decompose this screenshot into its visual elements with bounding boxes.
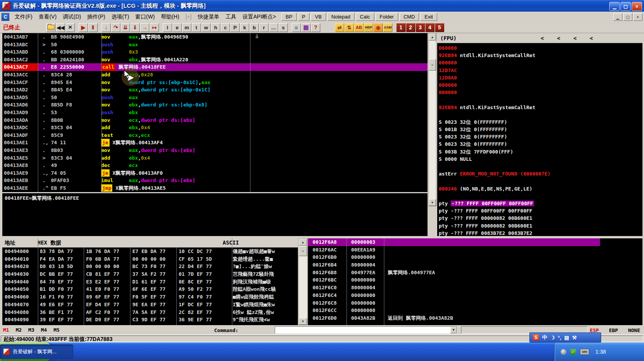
stack-row[interactable]: 0012F6BC00000000 [308, 276, 600, 284]
register-line[interactable] [437, 163, 642, 170]
scroll-up-button[interactable]: ▲ [429, 34, 436, 40]
window-letter-button[interactable]: e [172, 23, 182, 32]
disasm-row[interactable]: 00413AD5.50pusheax [2, 94, 428, 101]
view-button[interactable]: ≡ [292, 23, 301, 32]
collapse-button[interactable]: < [573, 33, 576, 43]
disasm-row[interactable]: 00413AD9.53pushebx [2, 109, 428, 116]
menu-button[interactable]: CMD [399, 13, 419, 21]
column-separator[interactable] [232, 238, 232, 325]
plugin-button[interactable]: ASM [383, 23, 392, 32]
disasm-row[interactable]: 00413AC2.BB 20A24100movebx,飘零网络.0041A220 [2, 56, 428, 64]
register-line[interactable]: S 0023 32位 0(FFFFFFFF) [437, 118, 642, 126]
disasm-row[interactable]: 00413AD6.8B5D F8movebx,dword ptr ss:[ebp… [2, 101, 428, 109]
step-button[interactable]: ⇓ [130, 23, 140, 32]
memory-tab[interactable]: M3 [28, 327, 34, 333]
vm-tray-icon[interactable]: vm [580, 349, 589, 355]
register-line[interactable]: pty -??? FFFF 00FF00FF 00FF00FF [437, 200, 642, 207]
scroll-thumb[interactable]: ≡ [299, 246, 307, 256]
plugin-button[interactable]: ⇄ [335, 23, 344, 32]
stack-row[interactable]: 0012F6B480000004 [308, 261, 600, 269]
child-minimize-button[interactable]: ▁ [613, 13, 622, 21]
language-bar-icon[interactable]: ⚒ [572, 335, 577, 341]
register-line[interactable]: S 0023 32位 0(FFFFFFFF) [437, 133, 642, 140]
scroll-down-button[interactable]: ▼ [299, 318, 307, 325]
register-line[interactable]: 000000 [437, 59, 642, 66]
register-line[interactable]: pty -??? FFFF 00FF00FF 00FF00FF [437, 207, 642, 214]
disasm-row[interactable]: 00413AE1.,74 11je X飘零网络.00413AF4 [2, 139, 428, 147]
command-combobox[interactable]: ▼ [275, 326, 457, 334]
volume-icon[interactable] [561, 349, 566, 355]
scroll-down-button[interactable]: ▼ [429, 199, 436, 206]
window-letter-button[interactable]: m [182, 23, 191, 32]
stack-row[interactable]: 0012F6B8004977EA飘零网络.004977EA [308, 269, 600, 277]
breakpoint-set-button[interactable]: 2 [406, 23, 415, 32]
register-line[interactable]: D60000 [437, 44, 642, 52]
pane-flag-label[interactable]: EBP [609, 327, 618, 333]
stack-row[interactable]: 0012F6D00043A82B返回到 飘零网络.0043A82B [308, 314, 600, 322]
dump-row[interactable]: 0049409039 EF EF 77DE D9 EF 77C3 9D EF 7… [2, 316, 298, 324]
minimize-button[interactable]: ▁ [609, 2, 620, 11]
column-separator[interactable] [250, 33, 250, 192]
register-line[interactable]: 000246 (NO,NB,E,BE,NS,PE,GE,LE) [437, 185, 642, 192]
dropdown-arrow-icon[interactable]: ▼ [450, 327, 457, 333]
disasm-row[interactable]: 00413AE5>83C3 04addebx,0x4 [2, 154, 428, 162]
step-button[interactable]: ⇊ [121, 23, 130, 32]
restore-button[interactable]: ▢ [620, 2, 631, 11]
disasm-row[interactable]: 00413ABD.68 03000000push0x3 [2, 48, 428, 56]
window-letter-button[interactable]: w [201, 23, 211, 32]
menu-item[interactable]: 选项(T) [108, 12, 132, 22]
register-line[interactable]: 12D8A0 [437, 74, 642, 81]
stack-row[interactable]: 0012F6CC00000000 [308, 307, 600, 314]
memory-tab[interactable]: M1 [3, 327, 9, 333]
register-line[interactable]: pty -??? FFFF 00000082 00B600E1 [437, 222, 642, 229]
run-pause-button[interactable]: ▶ [79, 23, 88, 32]
dump-scrollbar[interactable]: ▲ ≡ ▼ [298, 238, 308, 325]
menu-button[interactable]: Folder [375, 13, 398, 21]
breakpoint-set-button[interactable]: 5 [435, 23, 444, 32]
window-letter-button[interactable]: r [259, 23, 269, 32]
window-letter-button[interactable]: k [240, 23, 249, 32]
window-letter-button[interactable]: s [279, 23, 288, 32]
window-letter-button[interactable]: P [230, 23, 240, 32]
window-letter-button[interactable]: b [250, 23, 259, 32]
child-close-button[interactable]: × [633, 13, 642, 21]
menu-item[interactable]: 查看(V) [35, 12, 60, 22]
register-line[interactable]: S 0000 NULL [437, 155, 642, 163]
menu-button[interactable]: Calc [356, 13, 374, 21]
register-line[interactable] [437, 192, 642, 200]
collapse-button[interactable]: < [590, 33, 593, 43]
disasm-row[interactable]: 00413AEB.0FAF03imuleax,dword ptr ds:[ebx… [2, 177, 428, 184]
disasm-row[interactable]: 00413AC7.E8 22550000call 飘零网络.00418FEE [2, 63, 428, 71]
register-line[interactable]: S 001B 32位 0(FFFFFFFF) [437, 126, 642, 133]
language-bar-icon[interactable]: °, [558, 335, 561, 341]
dump-row[interactable]: 00494030DC BB EF 77CB 81 EF 7737 5A F2 7… [2, 270, 298, 278]
stack-row[interactable]: 0012F6C800000000 [308, 299, 600, 307]
register-line[interactable]: pty -??? FFFF 0083B7E2 0083B7E2 [437, 229, 642, 236]
window-letter-button[interactable]: c [221, 23, 230, 32]
register-line[interactable]: 92EB94 ntdll.KiFastSystemCallRet [437, 104, 642, 111]
dump-row[interactable]: 0049400083 78 DA 771B 76 DA 77E7 EB DA 7… [2, 248, 298, 255]
window-letter-button[interactable]: … [269, 23, 278, 32]
disasm-row[interactable]: 00413ACC.83C4 28addesp,0x28 [2, 71, 428, 79]
dump-row[interactable]: 0049408036 BE F1 77AF C2 F0 777A 5A EF 7… [2, 309, 298, 316]
toolbar-button[interactable]: × [66, 23, 75, 32]
menu-item[interactable]: 设置API断点> [240, 12, 279, 22]
disasm-row[interactable]: 00413ACF.8945 E4movdword ptr ss:[ebp-0x1… [2, 79, 428, 86]
dump-row[interactable]: 00494050B1 DD F0 7741 E0 F0 776F 6E EF 7… [2, 285, 298, 293]
toolbar-button[interactable]: ◀◀ [56, 23, 65, 32]
disasm-scrollbar[interactable]: ▲ ≡ ▼ [428, 33, 436, 206]
disasm-row[interactable]: 00413AE3.8B03moveax,dword ptr ds:[ebx] [2, 147, 428, 154]
memory-tab[interactable]: M2 [16, 327, 22, 333]
menu-item[interactable]: 帮助(H) [158, 12, 182, 22]
scroll-thumb[interactable]: ≡ [429, 59, 436, 71]
stack-row[interactable]: 0012F6AC00EEA1A9 [308, 246, 600, 254]
menu-item[interactable]: [+] [183, 12, 195, 22]
breakpoint-set-button[interactable]: 4 [425, 23, 434, 32]
stack-row[interactable]: 0012F6C080000004 [308, 284, 600, 292]
dump-row[interactable]: 0049407049 E6 EF 77EF D4 EF 779E EA EF 7… [2, 301, 298, 309]
plugin-button[interactable]: AB [354, 23, 363, 32]
column-separator[interactable] [38, 33, 38, 192]
step-button[interactable]: → [140, 23, 149, 32]
stack-row[interactable]: 0012F6C400000000 [308, 292, 600, 299]
dump-row[interactable]: 00494020D8 03 18 5D00 00 00 00BC 73 F0 7… [2, 263, 298, 270]
